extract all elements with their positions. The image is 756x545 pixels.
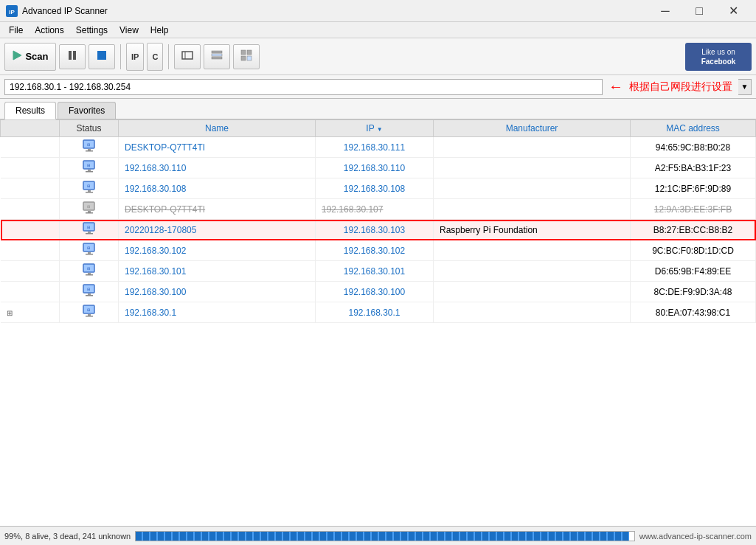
tab-results[interactable]: Results <box>4 102 56 119</box>
expand-cell[interactable] <box>1 282 60 302</box>
status-cell: ⊟ <box>60 302 119 323</box>
list-icon <box>211 49 223 63</box>
status-cell: ⊟ <box>60 261 119 282</box>
table-body: ⊟ DESKTOP-Q7TT4TI192.168.30.11194:65:9C:… <box>1 137 756 323</box>
scan-label: Scan <box>25 51 48 62</box>
mac-cell: 8C:DE:F9:9D:3A:48 <box>631 282 756 302</box>
table-row[interactable]: ⊞ ⊟ 192.168.30.1192.168.30.180:EA:07:43:… <box>1 302 756 323</box>
svg-text:⊟: ⊟ <box>87 163 90 167</box>
mac-header[interactable]: MAC address <box>631 120 756 137</box>
name-cell[interactable]: 20220128-170805 <box>119 220 316 240</box>
device-status-icon: ⊟ <box>82 263 97 277</box>
address-bar: ← 根据自己网段进行设置 ▼ <box>0 75 756 99</box>
table-row[interactable]: ⊟ DESKTOP-Q7TT4TI192.168.30.11194:65:9C:… <box>1 137 756 158</box>
ip-cell[interactable]: 192.168.30.110 <box>316 158 434 178</box>
table-row[interactable]: ⊟ 192.168.30.110192.168.30.110A2:F5:BA:B… <box>1 158 756 178</box>
view-button-2[interactable] <box>233 44 260 69</box>
table-container[interactable]: Status Name IP ▼ Manufacturer MAC addres… <box>0 119 756 507</box>
address-dropdown-button[interactable]: ▼ <box>738 79 752 95</box>
ip-cell[interactable]: 192.168.30.102 <box>316 240 434 261</box>
expand-cell[interactable] <box>1 220 60 240</box>
progress-fill <box>136 532 629 541</box>
svg-rect-11 <box>241 50 246 55</box>
ip-cell[interactable]: 192.168.30.103 <box>316 220 434 240</box>
ip-header[interactable]: IP ▼ <box>316 120 434 137</box>
svg-text:⊟: ⊟ <box>87 308 90 312</box>
svg-rect-8 <box>212 51 222 53</box>
svg-text:⊟: ⊟ <box>87 142 90 147</box>
ip-button[interactable]: IP <box>126 43 144 71</box>
table-row[interactable]: ⊟ DESKTOP-Q7TT4TI192.168.30.10712:9A:3D:… <box>1 199 756 220</box>
device-status-icon: ⊟ <box>82 160 97 173</box>
ip-cell[interactable]: 192.168.30.107 <box>316 199 434 220</box>
minimize-button[interactable]: ─ <box>648 0 682 22</box>
svg-rect-17 <box>86 150 93 152</box>
ip-range-input[interactable] <box>4 79 603 95</box>
name-cell[interactable]: DESKTOP-Q7TT4TI <box>119 199 316 220</box>
toolbar: Scan IP C <box>0 38 756 75</box>
maximize-button[interactable]: □ <box>682 0 716 22</box>
table-row[interactable]: ⊟ 192.168.30.100192.168.30.1008C:DE:F9:9… <box>1 282 756 302</box>
view-button-1[interactable] <box>204 44 230 69</box>
status-cell: ⊟ <box>60 199 119 220</box>
manufacturer-cell <box>434 240 631 261</box>
close-button[interactable]: ✕ <box>716 0 750 22</box>
name-cell[interactable]: DESKTOP-Q7TT4TI <box>119 137 316 158</box>
facebook-label: Facebook <box>701 57 736 66</box>
favorites-button[interactable] <box>174 44 201 69</box>
expand-cell[interactable] <box>1 137 60 158</box>
menu-settings[interactable]: Settings <box>70 24 114 37</box>
scan-button[interactable]: Scan <box>4 43 56 71</box>
ip-cell[interactable]: 192.168.30.111 <box>316 137 434 158</box>
mac-cell: 80:EA:07:43:98:C1 <box>631 302 756 323</box>
expand-cell[interactable] <box>1 178 60 199</box>
ip-cell[interactable]: 192.168.30.100 <box>316 282 434 302</box>
table-row[interactable]: ⊟ 192.168.30.108192.168.30.10812:1C:BF:6… <box>1 178 756 199</box>
ip-cell[interactable]: 192.168.30.1 <box>316 302 434 323</box>
table-row[interactable]: ⊟ 192.168.30.102192.168.30.1029C:BC:F0:8… <box>1 240 756 261</box>
table-row[interactable]: ⊟ 20220128-170805192.168.30.103Raspberry… <box>1 220 756 240</box>
progress-bar <box>135 531 635 541</box>
menubar: File Actions Settings View Help <box>0 22 756 38</box>
svg-rect-13 <box>241 56 246 60</box>
facebook-button[interactable]: Like us on Facebook <box>685 43 752 71</box>
table-row[interactable]: ⊟ 192.168.30.101192.168.30.101D6:65:9B:F… <box>1 261 756 282</box>
stop-button[interactable] <box>89 44 115 69</box>
annotation-arrow: ← <box>608 78 623 95</box>
svg-rect-10 <box>212 57 222 59</box>
expand-cell[interactable] <box>1 199 60 220</box>
menu-actions[interactable]: Actions <box>29 24 69 37</box>
pause-button[interactable] <box>59 44 86 69</box>
svg-rect-41 <box>86 274 93 276</box>
name-cell[interactable]: 192.168.30.1 <box>119 302 316 323</box>
status-header[interactable]: Status <box>60 120 119 137</box>
svg-rect-33 <box>86 233 93 235</box>
name-cell[interactable]: 192.168.30.100 <box>119 282 316 302</box>
expand-col-header <box>1 120 60 137</box>
tab-favorites[interactable]: Favorites <box>58 102 116 119</box>
device-status-icon: ⊟ <box>82 139 97 153</box>
menu-view[interactable]: View <box>114 24 145 37</box>
pause-icon <box>67 50 77 63</box>
app-icon: IP <box>6 5 18 17</box>
name-cell[interactable]: 192.168.30.101 <box>119 261 316 282</box>
expand-cell[interactable] <box>1 158 60 178</box>
name-cell[interactable]: 192.168.30.108 <box>119 178 316 199</box>
name-cell[interactable]: 192.168.30.110 <box>119 158 316 178</box>
status-cell: ⊟ <box>60 282 119 302</box>
expand-cell[interactable]: ⊞ <box>1 302 60 323</box>
name-header[interactable]: Name <box>119 120 316 137</box>
svg-rect-6 <box>182 52 193 59</box>
menu-help[interactable]: Help <box>145 24 175 37</box>
c-button[interactable]: C <box>147 43 163 71</box>
ip-cell[interactable]: 192.168.30.101 <box>316 261 434 282</box>
manufacturer-header[interactable]: Manufacturer <box>434 120 631 137</box>
name-cell[interactable]: 192.168.30.102 <box>119 240 316 261</box>
expand-cell[interactable] <box>1 261 60 282</box>
svg-text:⊟: ⊟ <box>87 204 90 209</box>
manufacturer-cell <box>434 137 631 158</box>
expand-cell[interactable] <box>1 240 60 261</box>
ip-cell[interactable]: 192.168.30.108 <box>316 178 434 199</box>
svg-rect-9 <box>212 54 222 56</box>
menu-file[interactable]: File <box>3 24 29 37</box>
